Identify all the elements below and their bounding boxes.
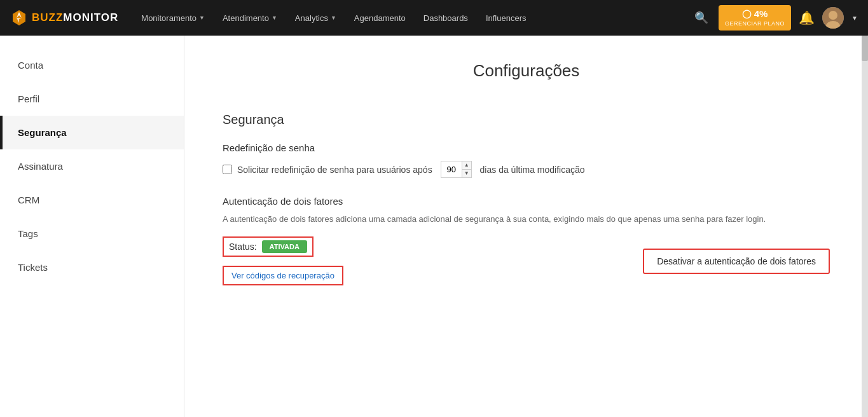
recovery-codes-container: Ver códigos de recuperação — [223, 266, 343, 285]
days-suffix: dias da última modificação — [480, 165, 585, 175]
status-container: Status: ATIVADA — [223, 236, 313, 257]
section-title-seguranca: Segurança — [223, 113, 830, 127]
twofa-title: Autenticação de dois fatores — [223, 196, 830, 207]
chevron-down-icon: ▼ — [272, 15, 277, 21]
sidebar-item-crm[interactable]: CRM — [0, 183, 184, 217]
bell-icon[interactable]: 🔔 — [799, 10, 815, 25]
nav-analytics[interactable]: Analytics ▼ — [287, 8, 344, 28]
logo-text: BUZZMONITOR — [32, 11, 118, 24]
chevron-down-icon: ▼ — [331, 15, 336, 21]
sidebar-item-tickets[interactable]: Tickets — [0, 250, 184, 284]
sidebar-item-perfil[interactable]: Perfil — [0, 82, 184, 116]
sidebar-item-tags[interactable]: Tags — [0, 217, 184, 250]
two-factor-section: Autenticação de dois fatores A autentica… — [223, 196, 830, 285]
sidebar: Conta Perfil Segurança Assinatura CRM Ta… — [0, 36, 184, 417]
nav-monitoramento[interactable]: Monitoramento ▼ — [134, 8, 212, 28]
chevron-down-icon: ▼ — [199, 15, 205, 21]
search-icon[interactable]: 🔍 — [692, 8, 711, 27]
disable-2fa-button[interactable]: Desativar a autenticação de dois fatores — [643, 249, 830, 274]
navbar-menu: Monitoramento ▼ Atendimento ▼ Analytics … — [134, 8, 692, 28]
scrollbar-thumb — [862, 36, 868, 61]
scrollbar[interactable] — [862, 36, 868, 417]
password-reset-label: Redefinição de senha — [223, 142, 830, 153]
security-section: Segurança Redefinição de senha Solicitar… — [223, 113, 830, 285]
svg-point-4 — [829, 11, 837, 20]
twofa-description: A autenticação de dois fatores adiciona … — [223, 214, 795, 224]
avatar-chevron-icon[interactable]: ▼ — [851, 15, 858, 22]
days-decrement-button[interactable]: ▼ — [462, 170, 471, 177]
days-input-group: ▲ ▼ — [441, 161, 472, 178]
nav-dashboards[interactable]: Dashboards — [416, 8, 476, 28]
password-reset-checkbox[interactable] — [223, 165, 232, 174]
nav-influencers[interactable]: Influencers — [478, 8, 534, 28]
sidebar-item-conta[interactable]: Conta — [0, 48, 184, 82]
plan-circle-icon: ◯ — [742, 9, 752, 20]
password-reset-row: Solicitar redefinição de senha para usuá… — [223, 161, 830, 178]
days-increment-button[interactable]: ▲ — [462, 161, 471, 170]
plan-badge[interactable]: ◯ 4% GERENCIAR PLANO — [719, 5, 791, 30]
twofa-status-row: Status: ATIVADA Ver códigos de recuperaç… — [223, 236, 830, 285]
status-label: Status: — [229, 242, 257, 252]
sidebar-item-assinatura[interactable]: Assinatura — [0, 149, 184, 183]
status-badge: ATIVADA — [262, 240, 307, 253]
nav-atendimento[interactable]: Atendimento ▼ — [215, 8, 285, 28]
logo[interactable]: BUZZMONITOR — [10, 9, 118, 27]
navbar-right: 🔍 ◯ 4% GERENCIAR PLANO 🔔 ▼ — [692, 5, 858, 30]
page-title: Configurações — [223, 61, 830, 81]
sidebar-item-seguranca[interactable]: Segurança — [0, 116, 184, 149]
twofa-left: Status: ATIVADA Ver códigos de recuperaç… — [223, 236, 343, 285]
password-reset-subsection: Redefinição de senha Solicitar redefiniç… — [223, 142, 830, 178]
avatar[interactable] — [822, 7, 844, 29]
days-input[interactable] — [441, 161, 462, 177]
days-spinner: ▲ ▼ — [462, 161, 471, 177]
navbar: BUZZMONITOR Monitoramento ▼ Atendimento … — [0, 0, 868, 36]
main-content: Configurações Segurança Redefinição de s… — [184, 36, 868, 417]
logo-icon — [10, 9, 28, 27]
checkbox-text: Solicitar redefinição de senha para usuá… — [237, 165, 432, 175]
nav-agendamento[interactable]: Agendamento — [347, 8, 413, 28]
page-layout: Conta Perfil Segurança Assinatura CRM Ta… — [0, 36, 868, 417]
recovery-codes-link[interactable]: Ver códigos de recuperação — [224, 267, 342, 284]
